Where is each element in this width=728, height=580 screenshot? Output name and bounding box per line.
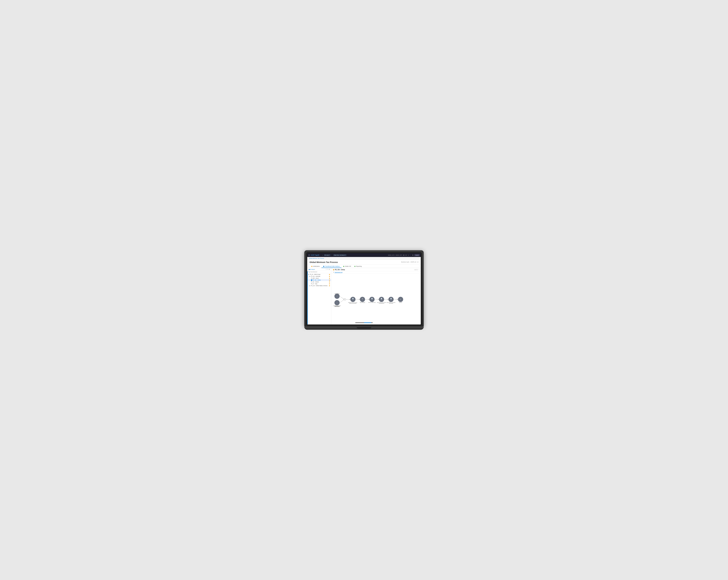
label-apply-mapping: Apply Mapping [360,302,365,303]
item-label-it: P2_IT - Italy [311,283,317,284]
layout-icon[interactable]: ⊹ [408,254,409,256]
tree-item-italy[interactable]: ▶ P2_IT - Italy [307,283,331,285]
hamburger-icon[interactable]: ☰ [308,254,310,256]
tab-transitional-safe-harbour[interactable]: Transitional Safe Harbour [321,265,341,268]
tab-dot-reporting [355,266,356,267]
tree-list: ▶ P2_01 - MNE Group ▶ P2_AU - Australia [307,273,331,325]
tab-dot-globe [343,266,344,267]
tab-dot-transitional [323,266,324,267]
nav-right: DEMO_INT1 - DEMO_INT1 ⊞ 0/0 ⊹ ⋮ ⚙ Logout [388,254,420,256]
business-cycle: Business Cycle: 2023P2_M - 12 [401,261,418,263]
logout-button[interactable]: Logout [414,254,420,256]
tree-item-australia[interactable]: ▶ P2_AU - Australia [307,275,331,277]
find-element-row: 🔍 [307,271,331,273]
submission-log-row: ⬆ Submission log [331,271,421,274]
svg-text:📄: 📄 [371,298,373,299]
checkbox-cn[interactable] [311,279,312,281]
item-label-us: P2_US - United States of Ameri... [311,285,328,286]
process-title-row: P2_CN - China [333,269,345,271]
item-dot-it [329,283,330,284]
connector-upload-merge [340,296,344,300]
breadcrumb-bar: Global Minimum Tax Process [307,257,421,259]
collapse-process-icon[interactable]: − [418,269,419,271]
item-dot-mne [329,274,330,275]
main-content: Global Minimum Tax Process Business Cycl… [307,259,421,325]
process-title-dot [333,269,334,270]
page-icon[interactable]: ⊞ [403,254,404,256]
svg-text:✓: ✓ [400,298,401,300]
workflow-canvas: ↑ ↑ [331,274,421,325]
item-label-cn: P2_CN - China [313,279,321,281]
home-icon[interactable]: ⌂ [322,254,323,256]
sidebar: ◀◀ Collapse ▽ ✎ ⊞ [307,268,331,325]
tree-item-china[interactable]: ▶ P2_CN - China [307,279,331,281]
label-mapping-source-2: Safe Point Submitter [349,303,357,304]
edit-icon[interactable]: ✎ [327,269,328,270]
page-title: Global Minimum Tax Process [310,261,338,264]
item-dot-cn [329,280,330,280]
tree-item-us[interactable]: ▶ P2_US - United States of Ameri... [307,285,331,287]
item-label-br: P2_BR - Brazil [311,277,318,279]
expand-mne[interactable]: ▶ [308,274,309,275]
process-title: P2_CN - China [335,269,345,271]
find-element-input[interactable] [310,271,330,273]
tab-initialization[interactable]: Initialization [310,265,321,268]
counter: 0/0 [405,254,407,256]
tab-label-transitional: Transitional Safe Harbour [325,266,340,267]
item-label-ie: P2_IE - Ireland [311,281,319,283]
scroll-bar[interactable] [355,323,373,323]
breadcrumb-link[interactable]: Global Minimum Tax Process [309,258,324,259]
process-header: P2_CN - China ⊞ ☰ − [331,268,421,271]
sidebar-toolbar: ◀◀ Collapse ▽ ✎ ⊞ [307,268,331,271]
nav-sep2: | [332,254,332,256]
tabs-row: Initialization Transitional Safe Harbour… [307,265,421,268]
tab-globe-full[interactable]: GloBe Full [341,265,353,268]
process-pill[interactable]: Pillar Two - Int New 2 ▾ [333,254,346,256]
label-load-mapping-2: of Safe Point [335,306,339,307]
user-chevron: ▾ [329,254,330,256]
collapse-button[interactable]: ◀◀ Collapse [308,269,315,270]
item-label-mne: P2_01 - MNE Group [310,274,320,275]
options-icon[interactable]: ⊞ [329,269,330,270]
label-sh-calc-2: and Results [389,303,393,304]
svg-text:📄: 📄 [352,298,354,299]
svg-text:—: — [362,300,363,300]
label-cbcr: Retrieve CBCR Data [368,302,376,303]
sidebar-icons: ▽ ✎ ⊞ [326,269,330,270]
svg-text:↑: ↑ [337,296,337,297]
log-icon: ⬆ [333,272,334,273]
expand-au[interactable]: ▶ [310,276,311,277]
list-view-icon[interactable]: ☰ [416,269,418,271]
tree-item-mne-group[interactable]: ▶ P2_01 - MNE Group [307,273,331,275]
svg-text:—: — [381,300,382,300]
svg-text:↑: ↑ [337,302,337,304]
process-area: P2_CN - China ⊞ ☰ − [331,268,421,325]
settings-icon[interactable]: ⚙ [412,254,414,256]
tab-reporting[interactable]: Reporting [353,265,363,268]
submission-log-link[interactable]: Submission log [335,272,342,273]
item-dot-br [329,278,330,279]
item-dot-ie [329,281,330,282]
grid-view-icon[interactable]: ⊞ [415,269,416,271]
connector-load-merge [340,300,344,303]
search-icon: 🔍 [308,271,310,273]
tree-item-brazil[interactable]: ▶ P2_BR - Brazil [307,277,331,279]
svg-text:📄: 📄 [381,298,382,299]
screen: ☰ CCH® Tagetik | ⌂ PK User ▾ | Pillar Tw… [307,253,421,325]
svg-text:—: — [371,300,372,300]
more-icon[interactable]: ⋮ [410,254,411,256]
tab-label-initialization: Initialization [313,266,320,267]
laptop-base [304,327,424,330]
expand-us[interactable]: ▶ [310,285,311,286]
env-label: DEMO_INT1 - DEMO_INT1 [388,254,402,256]
label-sh-check-2: and Adjustment [379,303,384,304]
label-submit: Submiss [399,302,402,303]
user-pill[interactable]: PK User ▾ [324,254,331,256]
tree-item-ireland[interactable]: ▶ P2_IE - Ireland [307,281,331,283]
tab-label-reporting: Reporting [356,266,362,267]
business-cycle-area: Business Cycle: 2023P2_M - 12 [401,261,418,263]
laptop-lid: ☰ CCH® Tagetik | ⌂ PK User ▾ | Pillar Tw… [304,250,424,327]
item-dot-au [329,276,330,277]
filter-icon[interactable]: ▽ [326,269,327,270]
app-container: ☰ CCH® Tagetik | ⌂ PK User ▾ | Pillar Tw… [307,253,421,325]
